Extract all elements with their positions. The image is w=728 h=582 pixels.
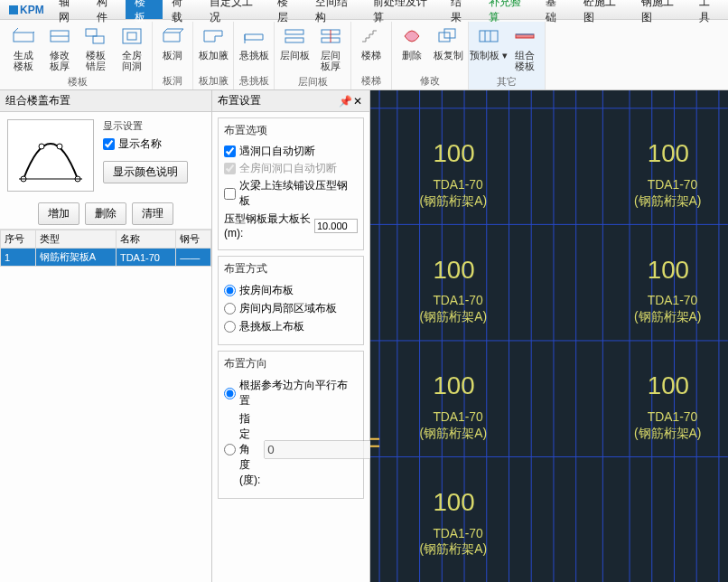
- r-by-room[interactable]: 按房间布板: [224, 283, 358, 298]
- menu-axis[interactable]: 轴网: [50, 0, 88, 19]
- workspace: 组合楼盖布置 显示设置 显示名称 显示颜色说明 增加 删除 清理 序号 类型 名…: [0, 90, 728, 582]
- svg-line-1: [14, 28, 18, 33]
- fs-options: 布置选项 遇洞口自动切断 全房间洞口自动切断 次梁上连续铺设压型钢板 压型钢板最…: [218, 117, 364, 250]
- btn-copy[interactable]: 板复制: [432, 22, 464, 62]
- menu-result[interactable]: 结果: [442, 0, 480, 19]
- svg-text:100: 100: [433, 256, 474, 284]
- menu-tools[interactable]: 工具: [690, 0, 728, 19]
- ribbon-group-rib: 板加腋 板加腋: [193, 22, 234, 89]
- menu-steel[interactable]: 钢施工图: [632, 0, 690, 19]
- svg-rect-7: [123, 29, 141, 43]
- app-logo: KPM: [4, 0, 50, 19]
- svg-text:(钢筋桁架A): (钢筋桁架A): [420, 541, 487, 556]
- svg-text:(钢筋桁架A): (钢筋桁架A): [634, 426, 701, 440]
- pin-icon[interactable]: 📌: [339, 95, 351, 108]
- menu-preprocess[interactable]: 前处理及计算: [364, 0, 442, 19]
- svg-text:100: 100: [433, 488, 474, 516]
- btn-slab-offset[interactable]: 楼板 错层: [79, 22, 112, 73]
- menu-space[interactable]: 空间结构: [306, 0, 364, 19]
- btn-inter[interactable]: 层间板: [278, 22, 311, 73]
- btn-prefab[interactable]: 预制板 ▾: [472, 22, 505, 73]
- svg-text:TDA1-70: TDA1-70: [433, 526, 483, 540]
- svg-text:100: 100: [433, 371, 474, 399]
- r-region[interactable]: 房间内局部区域布板: [224, 301, 358, 316]
- svg-text:(钢筋桁架A): (钢筋桁架A): [420, 309, 487, 324]
- r-parallel[interactable]: 根据参考边方向平行布置: [224, 378, 358, 408]
- btn-clear[interactable]: 清理: [132, 202, 173, 225]
- menu-slab[interactable]: 楼板: [126, 0, 163, 19]
- btn-del[interactable]: 删除: [85, 202, 126, 225]
- dock-layout-settings: 布置设置 📌 ✕ 布置选项 遇洞口自动切断 全房间洞口自动切断 次梁上连续铺设压…: [212, 90, 370, 582]
- svg-text:TDA1-70: TDA1-70: [433, 409, 483, 424]
- menu-member[interactable]: 构件: [88, 0, 126, 19]
- r-angle[interactable]: 指定角度(度):: [224, 411, 358, 488]
- input-max-len[interactable]: [314, 219, 358, 233]
- menu-custom[interactable]: 自定义工况: [201, 0, 268, 19]
- dock2-title: 布置设置: [218, 93, 339, 108]
- close-icon[interactable]: ✕: [351, 95, 364, 108]
- table-row[interactable]: 1 钢筋桁架板A TDA1-70 ——: [1, 249, 211, 267]
- svg-rect-5: [86, 29, 97, 36]
- menu-concrete[interactable]: 砼施工图: [574, 0, 632, 19]
- ribbon-group-hole: 板洞 板洞: [153, 22, 193, 89]
- svg-text:(钢筋桁架A): (钢筋桁架A): [634, 309, 701, 324]
- ribbon-group-other: 预制板 ▾ 组合 楼板 其它: [469, 22, 546, 89]
- btn-mod-thick[interactable]: 修改 板厚: [43, 22, 76, 73]
- svg-rect-19: [516, 34, 534, 38]
- svg-rect-0: [14, 33, 33, 42]
- menubar: KPM 轴网 构件 楼板 荷载 自定义工况 楼层 空间结构 前处理及计算 结果 …: [0, 0, 728, 20]
- svg-point-24: [57, 144, 62, 149]
- ribbon-group-cant: 悬挑板 悬挑板: [234, 22, 275, 89]
- chk-hole-cut[interactable]: 遇洞口自动切断: [224, 144, 358, 159]
- svg-text:TDA1-70: TDA1-70: [648, 409, 698, 424]
- cad-canvas[interactable]: 100 TDA1-70 (钢筋桁架A) 100TDA1-70(钢筋桁架A) 10…: [370, 90, 728, 582]
- section-preview: [7, 119, 94, 192]
- chk-show-name[interactable]: 显示名称: [103, 136, 204, 152]
- btn-inter-h[interactable]: 层间 板厚: [314, 22, 347, 73]
- slab-table[interactable]: 序号 类型 名称 钢号 1 钢筋桁架板A TDA1-70 ——: [0, 230, 211, 582]
- menu-foundation[interactable]: 基础: [537, 0, 574, 19]
- btn-hole[interactable]: 板洞: [156, 22, 189, 62]
- ribbon-group-inter: 层间板 层间 板厚 层间板: [275, 22, 351, 89]
- svg-rect-8: [127, 33, 136, 40]
- btn-stair[interactable]: 楼梯: [355, 22, 387, 62]
- ribbon: 生成 楼板 修改 板厚 楼板 错层 全房 间洞 楼板 板洞 板洞 板加腋 板加腋…: [0, 20, 728, 90]
- fs-method: 布置方式 按房间布板 房间内局部区域布板 悬挑板上布板: [218, 256, 364, 345]
- dock-combo-slab: 组合楼盖布置 显示设置 显示名称 显示颜色说明 增加 删除 清理 序号 类型 名…: [0, 90, 212, 582]
- menu-check[interactable]: 补充验算: [480, 0, 537, 19]
- chk-whole-cut: 全房间洞口自动切断: [224, 161, 358, 176]
- btn-delete[interactable]: 删除: [396, 22, 428, 62]
- btn-whole-hole[interactable]: 全房 间洞: [116, 22, 148, 73]
- svg-text:TDA1-70: TDA1-70: [433, 293, 483, 307]
- svg-rect-10: [285, 38, 303, 42]
- btn-add[interactable]: 增加: [38, 202, 79, 225]
- lbl-max-len: 压型钢板最大板长(m):: [224, 211, 311, 239]
- btn-combo[interactable]: 组合 楼板: [509, 22, 541, 73]
- btn-gen-slab[interactable]: 生成 楼板: [7, 22, 40, 73]
- svg-text:(钢筋桁架A): (钢筋桁架A): [420, 193, 487, 208]
- slab-label: 100 TDA1-70 (钢筋桁架A): [420, 139, 487, 207]
- btn-rib[interactable]: 板加腋: [197, 22, 229, 62]
- menu-floor[interactable]: 楼层: [268, 0, 306, 19]
- r-cant[interactable]: 悬挑板上布板: [224, 319, 358, 334]
- svg-rect-9: [285, 30, 303, 34]
- svg-text:100: 100: [648, 139, 689, 167]
- btn-color-legend[interactable]: 显示颜色说明: [103, 161, 188, 183]
- svg-text:100: 100: [433, 139, 474, 167]
- svg-text:TDA1-70: TDA1-70: [648, 293, 698, 307]
- ribbon-group-slab: 生成 楼板 修改 板厚 楼板 错层 全房 间洞 楼板: [4, 22, 153, 89]
- display-heading: 显示设置: [103, 119, 204, 133]
- svg-text:TDA1-70: TDA1-70: [648, 177, 698, 192]
- btn-cant[interactable]: 悬挑板: [238, 22, 270, 62]
- svg-text:TDA1-70: TDA1-70: [433, 177, 483, 192]
- svg-rect-16: [480, 31, 498, 42]
- ribbon-group-modify: 删除 板复制 修改: [392, 22, 469, 89]
- svg-text:(钢筋桁架A): (钢筋桁架A): [634, 193, 701, 208]
- ribbon-group-stair: 楼梯 楼梯: [351, 22, 392, 89]
- svg-text:100: 100: [648, 256, 689, 284]
- svg-point-23: [39, 144, 44, 149]
- menu-load[interactable]: 荷载: [163, 0, 201, 19]
- svg-rect-6: [93, 36, 104, 43]
- chk-second-beam[interactable]: 次梁上连续铺设压型钢板: [224, 178, 358, 209]
- dock-title: 组合楼盖布置: [0, 90, 211, 112]
